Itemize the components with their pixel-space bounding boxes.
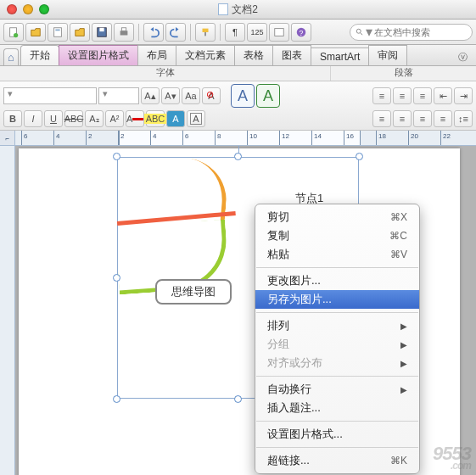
svg-rect-5 — [99, 27, 104, 31]
menu-format-picture[interactable]: 设置图片格式... — [255, 425, 419, 444]
new-doc-button[interactable] — [3, 23, 24, 42]
window-title: 文档2 — [0, 3, 476, 17]
vertical-ruler[interactable] — [0, 146, 15, 475]
open-recent-button[interactable] — [70, 23, 90, 42]
font-family-select[interactable]: ▾ — [3, 87, 97, 104]
search-box[interactable]: ▾ — [350, 24, 473, 41]
open-button[interactable] — [25, 23, 46, 42]
tab-table[interactable]: 表格 — [234, 45, 273, 65]
menu-save-as-picture[interactable]: 另存为图片... — [255, 290, 419, 309]
subscript-button[interactable]: A₂ — [85, 110, 104, 127]
ribbon-tabs: ⌂ 开始 设置图片格式 布局 文档元素 表格 图表 SmartArt 审阅 ⓥ — [0, 45, 476, 66]
svg-rect-7 — [121, 27, 126, 31]
align-center-button[interactable]: ≡ — [393, 110, 412, 127]
svg-rect-8 — [203, 28, 209, 31]
svg-rect-2 — [54, 27, 62, 36]
menu-arrange[interactable]: 排列▶ — [255, 316, 419, 335]
menu-wrap-text[interactable]: 自动换行▶ — [255, 380, 419, 399]
highlight-button[interactable]: ABC — [146, 110, 165, 127]
horizontal-ruler[interactable]: ⌐ 642246810121416182022 — [0, 131, 476, 146]
clear-format-button[interactable]: A⊘ — [202, 87, 221, 104]
style-box-2[interactable]: A — [256, 84, 280, 108]
mindmap-center-node: 思维导图 — [155, 279, 232, 305]
underline-button[interactable]: U — [44, 110, 63, 127]
undo-button[interactable] — [143, 23, 164, 42]
redo-button[interactable] — [165, 23, 186, 42]
indent-dec-button[interactable]: ⇤ — [434, 87, 452, 104]
tab-layout[interactable]: 布局 — [137, 45, 176, 65]
ribbon-group-labels: 字体 段落 — [0, 66, 476, 81]
shrink-font-button[interactable]: A▾ — [161, 87, 180, 104]
group-font-label: 字体 — [0, 66, 331, 81]
help-button[interactable]: ? — [291, 23, 311, 42]
align-right-button[interactable]: ≡ — [413, 110, 432, 127]
multilevel-button[interactable]: ≡ — [413, 87, 432, 104]
indent-inc-button[interactable]: ⇥ — [454, 87, 473, 104]
tab-review[interactable]: 审阅 — [368, 45, 407, 65]
menu-hyperlink[interactable]: 超链接...⌘K — [255, 451, 419, 470]
numbering-button[interactable]: ≡ — [393, 87, 412, 104]
tab-picture-format[interactable]: 设置图片格式 — [59, 45, 138, 65]
search-input[interactable] — [374, 27, 467, 37]
menu-change-picture[interactable]: 更改图片... — [255, 271, 419, 290]
ribbon-collapse[interactable]: ⓥ — [455, 49, 471, 65]
svg-rect-6 — [120, 31, 128, 35]
main-toolbar: ¶ 125 ? ▾ — [0, 20, 476, 45]
superscript-button[interactable]: A² — [105, 110, 124, 127]
svg-point-13 — [356, 29, 361, 33]
watermark: 9553.com — [433, 443, 471, 472]
bold-button[interactable]: B — [3, 110, 22, 127]
format-toolbar: ▾ ▾ A▴ A▾ Aa A⊘ A A ≡ ≡ ≡ ⇤ ⇥ B I U ABC … — [0, 81, 476, 131]
svg-text:?: ? — [300, 28, 304, 36]
menu-insert-caption[interactable]: 插入题注... — [255, 399, 419, 417]
title-bar: 文档2 — [0, 0, 476, 20]
font-size-select[interactable]: ▾ — [98, 87, 139, 104]
bullets-button[interactable]: ≡ — [372, 87, 391, 104]
tab-elements[interactable]: 文档元素 — [176, 45, 235, 65]
context-menu: 剪切⌘X 复制⌘C 粘贴⌘V 更改图片... 另存为图片... 排列▶ 分组▶ … — [255, 204, 420, 474]
svg-line-14 — [361, 32, 362, 34]
justify-button[interactable]: ≡ — [434, 110, 452, 127]
menu-copy[interactable]: 复制⌘C — [255, 226, 419, 245]
text-effect-button[interactable]: A — [166, 110, 185, 127]
line-spacing-button[interactable]: ↕≡ — [454, 110, 473, 127]
search-icon — [356, 27, 364, 37]
document-icon — [218, 3, 228, 15]
view-button[interactable] — [269, 23, 289, 42]
change-case-button[interactable]: Aa — [182, 87, 200, 104]
template-button[interactable] — [48, 23, 68, 42]
tab-selector[interactable]: ⌐ — [0, 131, 15, 146]
show-formatting-button[interactable]: ¶ — [225, 23, 245, 42]
group-paragraph-label: 段落 — [331, 66, 476, 81]
svg-rect-10 — [275, 28, 284, 36]
save-button[interactable] — [92, 23, 112, 42]
menu-align: 对齐或分布▶ — [255, 354, 419, 372]
mindmap-branch-1 — [115, 152, 230, 221]
tab-home[interactable]: 开始 — [20, 45, 59, 65]
text-box-button[interactable]: A — [187, 110, 205, 127]
menu-paste[interactable]: 粘贴⌘V — [255, 245, 419, 264]
tab-smartart[interactable]: SmartArt — [311, 48, 369, 65]
font-color-button[interactable]: A — [126, 110, 144, 127]
svg-rect-9 — [204, 32, 206, 36]
svg-rect-3 — [55, 29, 59, 31]
tab-chart[interactable]: 图表 — [272, 45, 311, 65]
zoom-button[interactable]: 125 — [247, 23, 267, 42]
menu-group: 分组▶ — [255, 335, 419, 354]
print-button[interactable] — [114, 23, 134, 42]
title-text: 文档2 — [232, 3, 258, 17]
italic-button[interactable]: I — [24, 110, 42, 127]
style-box-1[interactable]: A — [231, 84, 255, 108]
format-painter-button[interactable] — [195, 23, 216, 42]
svg-point-1 — [14, 32, 18, 36]
menu-cut[interactable]: 剪切⌘X — [255, 208, 419, 226]
tab-home-icon[interactable]: ⌂ — [3, 48, 19, 65]
strikethrough-button[interactable]: ABC — [64, 110, 83, 127]
grow-font-button[interactable]: A▴ — [141, 87, 160, 104]
align-left-button[interactable]: ≡ — [372, 110, 391, 127]
